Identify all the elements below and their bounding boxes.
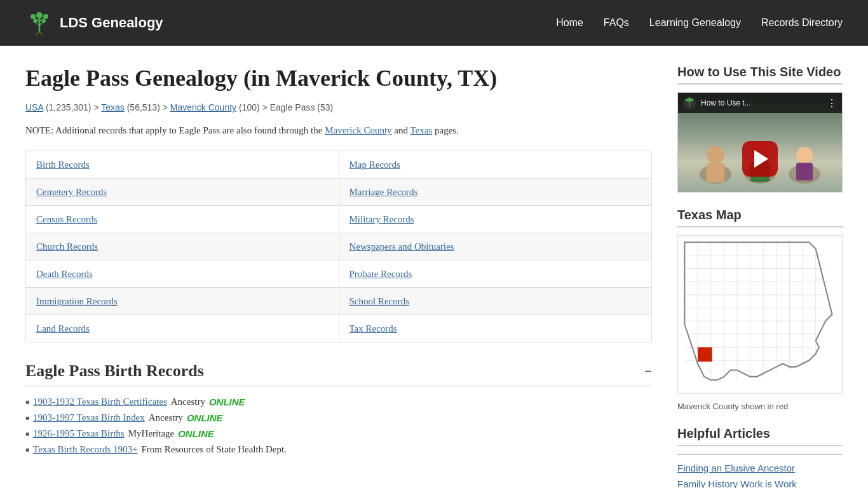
main-nav: Home FAQs Learning Genealogy Records Dir… <box>556 17 843 29</box>
play-button-container[interactable] <box>742 128 778 177</box>
note-texas-link[interactable]: Texas <box>410 125 432 135</box>
helpful-articles-heading: Helpful Articles <box>677 426 843 446</box>
helpful-divider <box>677 454 843 455</box>
nav-faqs[interactable]: FAQs <box>604 17 629 29</box>
helpful-articles-list: Finding an Elusive AncestorFamily Histor… <box>677 463 843 488</box>
note-text: NOTE: Additional records that apply to E… <box>25 123 652 138</box>
birth-records-heading: Eagle Pass Birth Records − <box>25 362 652 386</box>
sidebar: How to Use This Site Video How to Use <box>677 65 843 488</box>
record-link-left[interactable]: Land Records <box>36 323 90 334</box>
record-link-left[interactable]: Cemetery Records <box>36 187 107 197</box>
online-badge: ONLINE <box>209 396 245 407</box>
record-link-right[interactable]: Marriage Records <box>349 187 418 197</box>
svg-point-7 <box>43 14 48 19</box>
main-content: Eagle Pass Genealogy (in Maverick County… <box>25 65 677 488</box>
birth-record-item: 1903-1997 Texas Birth Index Ancestry ONL… <box>25 412 652 423</box>
logo-area[interactable]: LDS Genealogy <box>25 9 163 37</box>
nav-records[interactable]: Records Directory <box>761 17 843 29</box>
birth-record-link[interactable]: 1926-1995 Texas Births <box>33 428 125 439</box>
svg-point-10 <box>42 19 46 23</box>
page-wrapper: Eagle Pass Genealogy (in Maverick County… <box>0 46 868 488</box>
video-top-bar: How to Use t... ⋮ <box>678 93 842 113</box>
site-header: LDS Genealogy Home FAQs Learning Genealo… <box>0 0 868 46</box>
records-table: Birth RecordsMap RecordsCemetery Records… <box>25 151 652 342</box>
table-row: Land RecordsTax Records <box>26 315 652 342</box>
video-title-text: How to Use t... <box>701 98 751 107</box>
video-section: How to Use This Site Video How to Use <box>677 65 843 193</box>
play-triangle-icon <box>754 150 768 168</box>
record-link-right[interactable]: Newspapers and Obituaries <box>349 241 454 252</box>
note-maverick-link[interactable]: Maverick County <box>325 125 391 135</box>
breadcrumb: USA (1,235,301) > Texas (56,513) > Maver… <box>25 102 652 112</box>
record-link-right[interactable]: Tax Records <box>349 323 397 334</box>
record-link-left[interactable]: Census Records <box>36 214 97 224</box>
record-link-left[interactable]: Church Records <box>36 241 98 252</box>
record-link-left[interactable]: Death Records <box>36 269 93 279</box>
birth-record-link[interactable]: 1903-1932 Texas Birth Certificates <box>33 396 167 407</box>
table-row: Census RecordsMilitary Records <box>26 206 652 233</box>
texas-map-heading: Texas Map <box>677 208 843 227</box>
birth-record-link[interactable]: 1903-1997 Texas Birth Index <box>33 412 145 423</box>
birth-records-list: 1903-1932 Texas Birth Certificates Ances… <box>25 396 652 455</box>
record-link-right[interactable]: Probate Records <box>349 269 412 279</box>
logo-text: LDS Genealogy <box>60 15 163 31</box>
svg-point-18 <box>691 99 693 102</box>
record-link-left[interactable]: Immigration Records <box>36 296 118 306</box>
video-heading: How to Use This Site Video <box>677 65 843 85</box>
video-menu-icon: ⋮ <box>827 97 837 109</box>
helpful-article-link[interactable]: Family History Work is Work <box>677 478 843 488</box>
maverick-county-highlight <box>698 347 712 362</box>
nav-home[interactable]: Home <box>556 17 583 29</box>
svg-point-27 <box>796 147 813 163</box>
page-title: Eagle Pass Genealogy (in Maverick County… <box>25 65 652 92</box>
collapse-button[interactable]: − <box>644 364 652 379</box>
svg-point-21 <box>707 146 724 164</box>
nav-learning[interactable]: Learning Genealogy <box>649 17 741 29</box>
table-row: Church RecordsNewspapers and Obituaries <box>26 233 652 261</box>
svg-point-17 <box>686 99 688 102</box>
record-link-right[interactable]: School Records <box>349 296 410 306</box>
svg-point-8 <box>36 12 43 18</box>
texas-map-section: Texas Map <box>677 208 843 411</box>
texas-map-svg <box>677 235 843 394</box>
texas-map <box>677 235 843 396</box>
breadcrumb-maverick[interactable]: Maverick County <box>170 102 236 112</box>
record-link-left[interactable]: Birth Records <box>36 159 90 170</box>
birth-record-item: Texas Birth Records 1903+ From Resources… <box>25 444 652 455</box>
breadcrumb-usa[interactable]: USA <box>25 102 43 112</box>
online-badge: ONLINE <box>187 412 223 423</box>
record-link-right[interactable]: Map Records <box>349 159 400 170</box>
table-row: Death RecordsProbate Records <box>26 261 652 288</box>
birth-record-item: 1926-1995 Texas Births MyHeritage ONLINE <box>25 428 652 439</box>
svg-rect-28 <box>796 163 813 180</box>
birth-record-link[interactable]: Texas Birth Records 1903+ <box>33 444 137 455</box>
breadcrumb-eagle-pass: Eagle Pass (53) <box>270 102 334 112</box>
map-caption: Maverick County shown in red <box>677 402 843 411</box>
svg-point-9 <box>33 19 37 23</box>
online-badge: ONLINE <box>178 428 214 439</box>
logo-tree-icon <box>25 9 53 37</box>
svg-point-6 <box>31 14 36 19</box>
breadcrumb-texas[interactable]: Texas <box>101 102 125 112</box>
svg-rect-22 <box>707 163 724 182</box>
record-link-right[interactable]: Military Records <box>349 214 414 224</box>
video-logo-icon <box>683 97 696 109</box>
svg-point-19 <box>688 98 691 101</box>
table-row: Birth RecordsMap Records <box>26 151 652 179</box>
play-button[interactable] <box>742 141 778 177</box>
helpful-articles-section: Helpful Articles Finding an Elusive Ance… <box>677 426 843 488</box>
content-area: Eagle Pass Genealogy (in Maverick County… <box>0 46 868 488</box>
table-row: Cemetery RecordsMarriage Records <box>26 179 652 206</box>
birth-record-item: 1903-1932 Texas Birth Certificates Ances… <box>25 396 652 407</box>
table-row: Immigration RecordsSchool Records <box>26 288 652 315</box>
helpful-article-link[interactable]: Finding an Elusive Ancestor <box>677 463 843 473</box>
video-thumbnail[interactable]: How to Use t... ⋮ <box>677 92 843 193</box>
